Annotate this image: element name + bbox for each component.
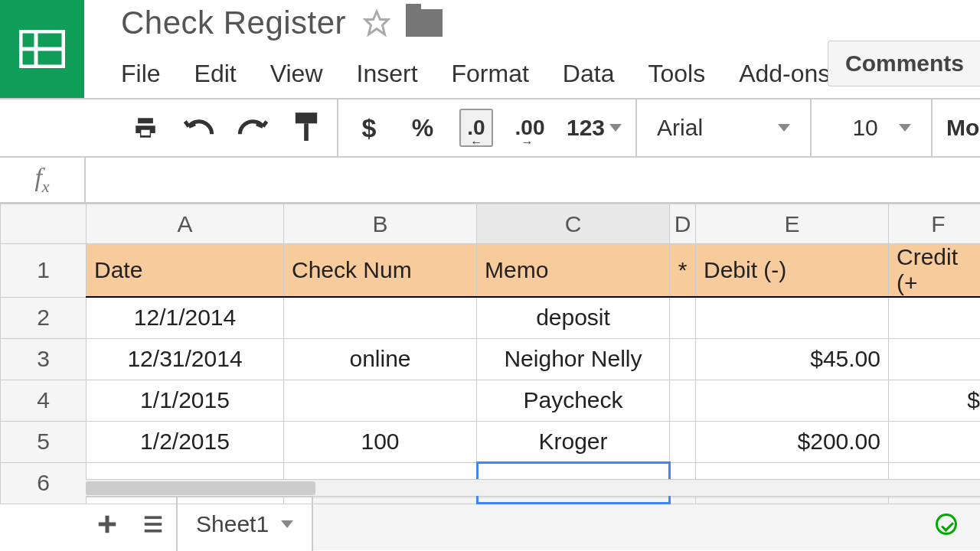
cell-F5[interactable] — [889, 421, 981, 462]
toolbar-more[interactable]: Mo — [933, 115, 979, 141]
cell-D3[interactable] — [670, 338, 696, 380]
menu-format[interactable]: Format — [452, 60, 529, 88]
document-title[interactable]: Check Register — [121, 5, 346, 41]
toolbar: $ % .0← .00→ 123 Arial 10 Mo — [0, 98, 980, 158]
cell-A1[interactable]: Date — [87, 244, 284, 298]
cell-E3[interactable]: $45.00 — [696, 338, 889, 380]
font-family-select[interactable]: Arial — [651, 115, 796, 141]
column-header-D[interactable]: D — [670, 204, 696, 244]
column-header-E[interactable]: E — [696, 204, 889, 244]
undo-icon[interactable] — [182, 109, 216, 147]
fx-icon: fx — [0, 163, 84, 197]
all-sheets-button[interactable] — [130, 513, 176, 536]
cell-E2[interactable] — [696, 297, 889, 338]
row-header-5[interactable]: 5 — [1, 421, 87, 462]
menu-addons[interactable]: Add-ons — [739, 60, 830, 88]
cell-F4[interactable]: $ — [889, 380, 981, 421]
cell-A3[interactable]: 12/31/2014 — [87, 338, 284, 380]
row-header-2[interactable]: 2 — [1, 297, 87, 338]
app-logo[interactable] — [0, 0, 84, 98]
sheet-tab-label: Sheet1 — [196, 511, 269, 537]
cell-A2[interactable]: 12/1/2014 — [87, 297, 284, 338]
title-bar: Check Register File Edit View Insert For… — [0, 0, 980, 98]
select-all-corner[interactable] — [1, 204, 87, 244]
cell-F2[interactable] — [889, 297, 981, 338]
sheet-tab-bar: Sheet1 — [0, 496, 980, 551]
comments-button[interactable]: Comments — [828, 41, 980, 86]
cell-B4[interactable] — [284, 380, 477, 421]
cell-A5[interactable]: 1/2/2015 — [87, 421, 284, 462]
column-header-A[interactable]: A — [87, 204, 284, 244]
cell-B1[interactable]: Check Num — [284, 244, 477, 298]
sheets-icon — [19, 30, 65, 68]
increase-decimal-button[interactable]: .00→ — [513, 109, 547, 147]
formula-bar: fx — [0, 158, 980, 204]
saved-indicator-icon — [936, 514, 957, 535]
cell-D4[interactable] — [670, 380, 696, 421]
format-currency-button[interactable]: $ — [352, 109, 386, 147]
paint-format-icon[interactable] — [289, 109, 323, 147]
cell-E1[interactable]: Debit (-) — [696, 244, 889, 298]
star-icon[interactable] — [363, 9, 390, 37]
sheet-tab-sheet1[interactable]: Sheet1 — [176, 497, 313, 551]
cell-D1[interactable]: * — [670, 244, 696, 298]
spreadsheet-grid[interactable]: A B C D E F 1 Date Check Num Memo * Debi… — [0, 204, 980, 496]
cell-C2[interactable]: deposit — [477, 297, 670, 338]
menu-file[interactable]: File — [121, 60, 161, 88]
cell-B5[interactable]: 100 — [284, 421, 477, 462]
cell-E5[interactable]: $200.00 — [696, 421, 889, 462]
cell-E4[interactable] — [696, 380, 889, 421]
menu-view[interactable]: View — [270, 60, 323, 88]
column-header-F[interactable]: F — [889, 204, 981, 244]
decrease-decimal-button[interactable]: .0← — [459, 109, 493, 147]
cell-C3[interactable]: Neighor Nelly — [477, 338, 670, 380]
add-sheet-button[interactable] — [84, 513, 130, 536]
cell-D5[interactable] — [670, 421, 696, 462]
svg-marker-3 — [365, 11, 388, 34]
horizontal-scrollbar[interactable] — [86, 479, 980, 496]
sheet-tab-menu-icon[interactable] — [281, 520, 293, 528]
font-size-select[interactable]: 10 — [825, 115, 917, 141]
cell-F1[interactable]: Credit (+ — [889, 244, 981, 298]
format-percent-button[interactable]: % — [406, 109, 439, 147]
svg-rect-5 — [304, 123, 309, 141]
sheet-tab-strip — [313, 497, 980, 550]
menu-data[interactable]: Data — [563, 60, 615, 88]
row-header-6[interactable]: 6 — [1, 462, 87, 504]
formula-input[interactable] — [84, 158, 980, 202]
folder-icon[interactable] — [406, 9, 443, 37]
cell-C1[interactable]: Memo — [477, 244, 670, 298]
row-header-3[interactable]: 3 — [1, 338, 87, 380]
row-header-4[interactable]: 4 — [1, 380, 87, 421]
menu-tools[interactable]: Tools — [648, 60, 705, 88]
cell-B2[interactable] — [284, 297, 477, 338]
cell-D2[interactable] — [670, 297, 696, 338]
menu-edit[interactable]: Edit — [194, 60, 237, 88]
number-format-button[interactable]: 123 — [567, 109, 622, 147]
cell-C5[interactable]: Kroger — [477, 421, 670, 462]
cell-B3[interactable]: online — [284, 338, 477, 380]
cell-A4[interactable]: 1/1/2015 — [87, 380, 284, 421]
cell-F3[interactable] — [889, 338, 981, 380]
svg-rect-4 — [296, 112, 317, 123]
print-icon[interactable] — [129, 109, 162, 147]
column-header-C[interactable]: C — [477, 204, 670, 244]
row-header-1[interactable]: 1 — [1, 244, 87, 298]
cell-C4[interactable]: Paycheck — [477, 380, 670, 421]
menu-insert[interactable]: Insert — [356, 60, 417, 88]
redo-icon[interactable] — [236, 109, 270, 147]
horizontal-scrollbar-thumb[interactable] — [86, 481, 315, 495]
column-header-B[interactable]: B — [284, 204, 477, 244]
